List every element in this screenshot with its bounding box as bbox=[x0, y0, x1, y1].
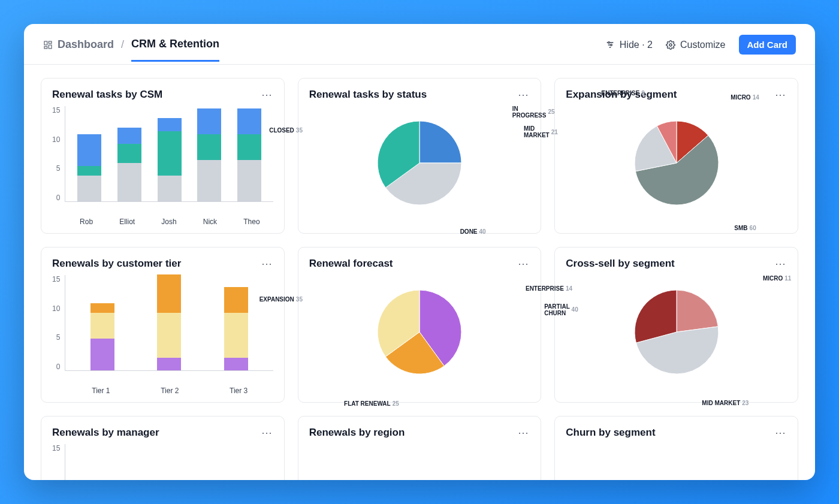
card-menu-icon[interactable]: ⋯ bbox=[518, 88, 530, 101]
breadcrumb-sep: / bbox=[121, 38, 124, 61]
bar bbox=[237, 108, 261, 201]
card-menu-icon[interactable]: ⋯ bbox=[261, 257, 273, 270]
pie-wrap: IN PROGRESS 25DONE 40CLOSED 35 bbox=[309, 106, 530, 220]
breadcrumb: Dashboard / CRM & Retention bbox=[43, 38, 219, 62]
app-window: Dashboard / CRM & Retention Hide · 2 Cus… bbox=[24, 24, 815, 480]
filter-icon bbox=[605, 40, 615, 50]
card-menu-icon[interactable]: ⋯ bbox=[775, 88, 787, 101]
bar bbox=[157, 274, 181, 370]
card-title: Renewal tasks by CSM bbox=[52, 89, 162, 101]
card-menu-icon[interactable]: ⋯ bbox=[261, 426, 273, 439]
svg-rect-1 bbox=[49, 41, 52, 43]
x-tick: Tier 3 bbox=[230, 387, 248, 395]
card-menu-icon[interactable]: ⋯ bbox=[775, 426, 787, 439]
svg-point-7 bbox=[608, 41, 609, 43]
bar bbox=[197, 108, 221, 201]
card-title: Cross-sell by segment bbox=[566, 258, 674, 270]
chart-area bbox=[566, 444, 787, 480]
card-title: Renewals by region bbox=[309, 427, 405, 439]
card-title: Renewal tasks by status bbox=[309, 89, 427, 101]
bar bbox=[158, 118, 182, 201]
x-tick: Theo bbox=[243, 218, 259, 226]
card-title: Churn by segment bbox=[566, 427, 655, 439]
svg-point-9 bbox=[669, 44, 672, 46]
chart-area bbox=[309, 444, 530, 480]
chart-area: MICRO 11MID MARKET 23ENTERPRISE 14 bbox=[566, 275, 787, 396]
pie-label: SMB 60 bbox=[734, 224, 756, 231]
bar bbox=[90, 303, 114, 370]
breadcrumb-current-label: CRM & Retention bbox=[131, 38, 219, 50]
pie-label: MICRO 14 bbox=[731, 94, 759, 101]
card-title: Renewals by manager bbox=[52, 427, 159, 439]
header: Dashboard / CRM & Retention Hide · 2 Cus… bbox=[24, 24, 815, 65]
pie-label: ENTERPRISE 8 bbox=[601, 90, 644, 96]
pie-label: IN PROGRESS 25 bbox=[512, 105, 555, 119]
chart-card: Renewals by region ⋯ bbox=[298, 416, 542, 480]
card-menu-icon[interactable]: ⋯ bbox=[518, 257, 530, 270]
dashboard-grid: Renewal tasks by CSM ⋯ 151050 RobElliotJ… bbox=[24, 65, 815, 480]
chart-area: IN PROGRESS 25DONE 40CLOSED 35 bbox=[309, 106, 530, 227]
pie-label: MICRO 11 bbox=[763, 274, 791, 281]
chart-card: Renewals by customer tier ⋯ 151050 Tier … bbox=[41, 247, 285, 403]
chart-card: Renewal tasks by CSM ⋯ 151050 RobElliotJ… bbox=[41, 78, 285, 234]
bar bbox=[224, 287, 248, 370]
chart-area: 151050 Tier 1Tier 2Tier 3 bbox=[52, 275, 273, 396]
bar bbox=[77, 134, 101, 201]
card-title: Renewal forecast bbox=[309, 258, 393, 270]
pie-wrap: MICRO 14SMB 60MID MARKET 21ENTERPRISE 8 bbox=[566, 106, 787, 220]
svg-rect-2 bbox=[49, 45, 52, 49]
chart-area: MICRO 14SMB 60MID MARKET 21ENTERPRISE 8 bbox=[566, 106, 787, 227]
add-card-label: Add Card bbox=[747, 40, 788, 50]
x-axis: RobElliotJoshNickTheo bbox=[52, 218, 273, 226]
y-axis: 151050 bbox=[52, 275, 65, 371]
chart-card: Renewal forecast ⋯ PARTIAL CHURN 40FLAT … bbox=[298, 247, 542, 403]
plot bbox=[65, 275, 273, 371]
pie-label: ENTERPRISE 14 bbox=[526, 285, 572, 291]
x-tick: Tier 1 bbox=[92, 387, 110, 395]
x-tick: Nick bbox=[203, 218, 217, 226]
hide-button[interactable]: Hide · 2 bbox=[605, 40, 653, 50]
breadcrumb-current[interactable]: CRM & Retention bbox=[131, 38, 219, 62]
card-menu-icon[interactable]: ⋯ bbox=[518, 426, 530, 439]
svg-rect-0 bbox=[44, 41, 47, 45]
pie-label: MID MARKET 21 bbox=[524, 125, 558, 138]
card-menu-icon[interactable]: ⋯ bbox=[775, 257, 787, 270]
header-actions: Hide · 2 Customize Add Card bbox=[605, 35, 796, 64]
pie-label: MID MARKET 23 bbox=[702, 400, 749, 406]
plot bbox=[65, 106, 273, 202]
bar bbox=[117, 128, 141, 201]
hide-label: Hide · 2 bbox=[620, 40, 653, 50]
chart-card: Renewal tasks by status ⋯ IN PROGRESS 25… bbox=[298, 78, 542, 234]
chart-area: PARTIAL CHURN 40FLAT RENEWAL 25EXPANSION… bbox=[309, 275, 530, 396]
pie-label: EXPANSION 35 bbox=[259, 296, 303, 303]
gear-icon bbox=[666, 40, 675, 50]
pie-label: FLAT RENEWAL 25 bbox=[344, 400, 399, 406]
x-axis: Tier 1Tier 2Tier 3 bbox=[52, 387, 273, 395]
svg-point-8 bbox=[610, 44, 612, 46]
breadcrumb-root-label: Dashboard bbox=[58, 38, 114, 51]
chart-area: 15 bbox=[52, 444, 273, 480]
pie-wrap: PARTIAL CHURN 40FLAT RENEWAL 25EXPANSION… bbox=[309, 275, 530, 389]
pie-label: CLOSED 35 bbox=[269, 127, 303, 134]
card-title: Renewals by customer tier bbox=[52, 258, 181, 270]
breadcrumb-root[interactable]: Dashboard bbox=[43, 38, 114, 61]
y-axis: 151050 bbox=[52, 106, 65, 202]
svg-rect-3 bbox=[44, 46, 47, 48]
x-tick: Josh bbox=[161, 218, 176, 226]
x-tick: Elliot bbox=[119, 218, 135, 226]
customize-button[interactable]: Customize bbox=[666, 40, 726, 50]
card-menu-icon[interactable]: ⋯ bbox=[261, 88, 273, 101]
pie-wrap: MICRO 11MID MARKET 23ENTERPRISE 14 bbox=[566, 275, 787, 389]
x-tick: Rob bbox=[80, 218, 93, 226]
chart-card: Expansion by segment ⋯ MICRO 14SMB 60MID… bbox=[554, 78, 798, 234]
dashboard-icon bbox=[43, 40, 53, 50]
chart-card: Cross-sell by segment ⋯ MICRO 11MID MARK… bbox=[554, 247, 798, 403]
x-tick: Tier 2 bbox=[161, 387, 179, 395]
chart-area: 151050 RobElliotJoshNickTheo bbox=[52, 106, 273, 227]
chart-card: Renewals by manager ⋯ 15 bbox=[41, 416, 285, 480]
chart-card: Churn by segment ⋯ bbox=[554, 416, 798, 480]
add-card-button[interactable]: Add Card bbox=[739, 35, 796, 55]
pie-label: DONE 40 bbox=[460, 228, 486, 235]
customize-label: Customize bbox=[680, 40, 726, 50]
